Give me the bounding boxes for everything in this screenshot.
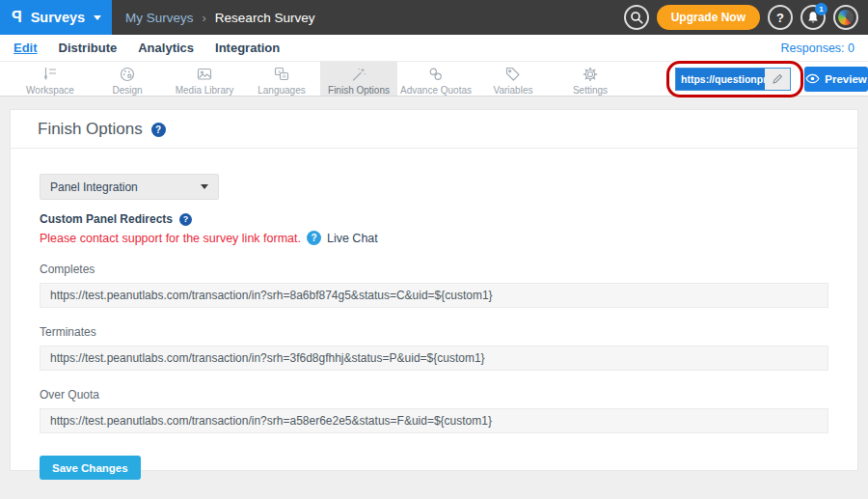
breadcrumb-current-survey: Research Survey — [215, 11, 315, 25]
toolbar-label: Media Library — [176, 85, 234, 96]
custom-panel-redirects-help-icon[interactable]: ? — [179, 213, 192, 226]
survey-url-selected-text: https://questionpro.com/t/A — [676, 69, 765, 90]
image-icon — [194, 65, 215, 84]
toolbar-label: Finish Options — [328, 85, 390, 96]
toolbar-label: Advance Quotas — [400, 85, 472, 96]
search-button[interactable] — [624, 5, 649, 30]
survey-nav-tabs: Edit Distribute Analytics Integration Re… — [0, 35, 868, 61]
workspace-list-icon — [40, 65, 61, 84]
tag-icon — [502, 65, 524, 84]
support-notice-row: Please contact support for the survey li… — [40, 231, 828, 245]
avatar-image — [838, 10, 854, 25]
responses-count: Responses: 0 — [781, 42, 854, 55]
toolbar-item-variables[interactable]: Variables — [475, 62, 552, 96]
finish-options-help-icon[interactable]: ? — [151, 123, 166, 137]
chevron-down-icon — [94, 15, 101, 20]
chain-link-icon — [425, 65, 447, 84]
live-chat-icon[interactable]: ? — [307, 231, 321, 245]
question-mark-icon: ? — [776, 11, 784, 25]
avatar[interactable] — [833, 5, 858, 30]
toolbar-label: Languages — [258, 85, 306, 96]
toolbar-item-media-library[interactable]: Media Library — [166, 62, 243, 96]
pencil-icon — [772, 73, 783, 85]
over-quota-field-group: Over Quota https://test.peanutlabs.com/t… — [40, 388, 828, 433]
breadcrumb-separator-icon: › — [203, 11, 206, 25]
surveys-product-menu[interactable]: P Surveys — [0, 0, 112, 35]
breadcrumb-my-surveys[interactable]: My Surveys — [125, 11, 194, 25]
over-quota-url-field[interactable]: https://test.peanutlabs.com/transaction/… — [40, 408, 828, 433]
notifications-button[interactable]: 1 — [800, 5, 826, 30]
completes-label: Completes — [40, 263, 828, 276]
notification-count-badge: 1 — [815, 3, 827, 15]
card-header: Finish Options ? — [11, 110, 857, 149]
product-name: Surveys — [31, 10, 85, 25]
eye-icon — [805, 73, 820, 84]
magic-wand-icon — [348, 65, 369, 84]
toolbar-item-workspace[interactable]: Workspace — [12, 62, 89, 96]
toolbar-label: Design — [112, 85, 142, 96]
terminates-label: Terminates — [40, 325, 828, 339]
toolbar-label: Workspace — [26, 85, 74, 96]
page-content: Finish Options ? Panel Integration Custo… — [0, 97, 868, 471]
search-icon — [630, 11, 643, 24]
questionpro-logo-icon: P — [12, 9, 22, 26]
terminates-url-field[interactable]: https://test.peanutlabs.com/transaction/… — [40, 346, 828, 371]
completes-field-group: Completes https://test.peanutlabs.com/tr… — [40, 263, 828, 308]
top-header: P Surveys My Surveys › Research Survey U… — [0, 0, 868, 35]
toolbar-label: Variables — [494, 85, 533, 96]
survey-url-zone: https://questionpro.com/t/A — [675, 68, 791, 91]
finish-options-card: Finish Options ? Panel Integration Custo… — [10, 109, 858, 471]
breadcrumb: My Surveys › Research Survey — [125, 11, 314, 25]
page-title: Finish Options — [38, 120, 143, 139]
tab-integration[interactable]: Integration — [215, 41, 280, 55]
svg-text:A: A — [283, 72, 286, 78]
edit-toolbar: Workspace Design Media Library x — [0, 61, 868, 97]
gear-icon — [580, 65, 601, 84]
help-button[interactable]: ? — [768, 5, 793, 30]
toolbar-label: Settings — [573, 85, 608, 96]
card-body: Panel Integration Custom Panel Redirects… — [11, 174, 857, 480]
survey-url-input[interactable]: https://questionpro.com/t/A — [675, 68, 791, 91]
tab-analytics[interactable]: Analytics — [138, 41, 194, 55]
preview-button[interactable]: Preview — [804, 67, 868, 92]
toolbar-item-advance-quotas[interactable]: Advance Quotas — [397, 62, 475, 96]
header-actions: Upgrade Now ? 1 — [624, 5, 868, 30]
panel-integration-select[interactable]: Panel Integration — [40, 174, 219, 200]
terminates-field-group: Terminates https://test.peanutlabs.com/t… — [40, 325, 828, 371]
tab-distribute[interactable]: Distribute — [59, 41, 118, 55]
tab-edit[interactable]: Edit — [14, 41, 38, 55]
support-notice-text: Please contact support for the survey li… — [40, 232, 301, 245]
toolbar-item-settings[interactable]: Settings — [552, 62, 629, 96]
toolbar-item-finish-options[interactable]: Finish Options — [320, 62, 397, 96]
translate-icon: x A — [271, 65, 292, 84]
chevron-down-icon — [201, 184, 208, 189]
edit-url-button[interactable] — [765, 69, 790, 90]
app-window: P Surveys My Surveys › Research Survey U… — [0, 0, 868, 471]
preview-label: Preview — [825, 73, 866, 85]
toolbar-item-design[interactable]: Design — [89, 62, 166, 96]
palette-icon — [117, 65, 138, 84]
over-quota-label: Over Quota — [40, 388, 828, 402]
custom-panel-redirects-header: Custom Panel Redirects ? — [40, 212, 828, 226]
upgrade-now-button[interactable]: Upgrade Now — [657, 5, 760, 30]
section-heading: Custom Panel Redirects — [40, 212, 173, 226]
select-value: Panel Integration — [50, 180, 138, 194]
save-changes-button[interactable]: Save Changes — [40, 456, 141, 480]
toolbar-item-languages[interactable]: x A Languages — [243, 62, 320, 96]
live-chat-link[interactable]: Live Chat — [327, 232, 378, 245]
completes-url-field[interactable]: https://test.peanutlabs.com/transaction/… — [40, 283, 828, 308]
